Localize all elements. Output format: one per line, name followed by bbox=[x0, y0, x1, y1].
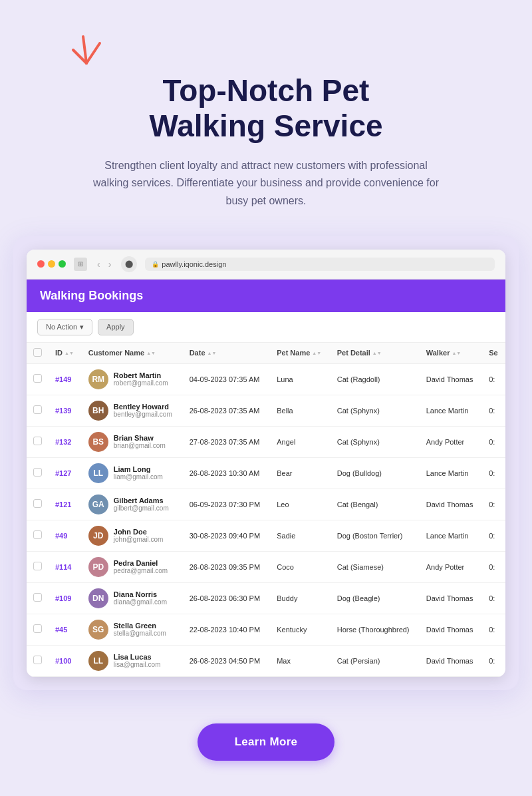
row-se: 0: bbox=[482, 582, 505, 614]
row-se: 0: bbox=[482, 645, 505, 676]
header-checkbox[interactable] bbox=[33, 348, 42, 357]
table-row: #100 LL Lisa Lucas lisa@gmail.com 26-08-… bbox=[27, 645, 505, 676]
row-checkbox-input[interactable] bbox=[33, 405, 42, 414]
table-row: #127 LL Liam Long liam@gmail.com 26-08-2… bbox=[27, 457, 505, 489]
avatar: DN bbox=[88, 588, 108, 608]
row-pet-name: Sadie bbox=[270, 520, 331, 551]
customer-name: Pedra Daniel bbox=[114, 559, 168, 567]
apply-button[interactable]: Apply bbox=[98, 319, 134, 335]
row-customer: DN Diana Norris diana@gmail.com bbox=[82, 582, 183, 614]
row-pet-detail: Cat (Ragdoll) bbox=[331, 363, 420, 395]
row-date: 26-08-2023 07:35 AM bbox=[183, 395, 271, 426]
row-id: #100 bbox=[49, 645, 82, 676]
shield-icon: ⬤ bbox=[121, 256, 137, 272]
table-header-row: ID ▲▼ Customer Name ▲▼ Date ▲▼ Pet Name … bbox=[27, 343, 505, 364]
row-pet-detail: Cat (Siamese) bbox=[331, 551, 420, 582]
row-checkbox bbox=[27, 395, 49, 426]
customer-email: liam@gmail.com bbox=[114, 473, 163, 481]
dot-red bbox=[37, 260, 45, 268]
row-customer: BS Brian Shaw brian@gmail.com bbox=[82, 426, 183, 457]
row-date: 26-08-2023 04:50 PM bbox=[183, 645, 271, 676]
table-row: #45 SG Stella Green stella@gmail.com 22-… bbox=[27, 614, 505, 645]
row-checkbox bbox=[27, 582, 49, 614]
row-customer: LL Lisa Lucas lisa@gmail.com bbox=[82, 645, 183, 676]
table-row: #121 GA Gilbert Adams gilbert@gmail.com … bbox=[27, 489, 505, 520]
row-pet-detail: Cat (Bengal) bbox=[331, 489, 420, 520]
row-se: 0: bbox=[482, 363, 505, 395]
row-id: #149 bbox=[49, 363, 82, 395]
forward-arrow-icon[interactable]: › bbox=[106, 259, 114, 270]
avatar: RM bbox=[88, 369, 108, 389]
avatar: LL bbox=[88, 463, 108, 483]
table-row: #132 BS Brian Shaw brian@gmail.com 27-08… bbox=[27, 426, 505, 457]
customer-email: john@gmail.com bbox=[114, 536, 164, 543]
browser-bar: ⊞ ‹ › ⬤ 🔒 pawlly.iqonic.design bbox=[27, 250, 505, 280]
row-checkbox-input[interactable] bbox=[33, 468, 42, 477]
row-pet-name: Leo bbox=[270, 489, 331, 520]
customer-email: stella@gmail.com bbox=[114, 630, 166, 637]
row-checkbox bbox=[27, 363, 49, 395]
row-se: 0: bbox=[482, 520, 505, 551]
table-row: #109 DN Diana Norris diana@gmail.com 26-… bbox=[27, 582, 505, 614]
table-row: #49 JD John Doe john@gmail.com 30-08-202… bbox=[27, 520, 505, 551]
hero-title: Top-Notch Pet Walking Service bbox=[149, 73, 382, 144]
customer-email: diana@gmail.com bbox=[114, 598, 167, 606]
row-checkbox-input[interactable] bbox=[33, 530, 42, 539]
row-pet-detail: Dog (Beagle) bbox=[331, 582, 420, 614]
url-bar: 🔒 pawlly.iqonic.design bbox=[145, 258, 495, 271]
table-row: #139 BH Bentley Howard bentley@gmail.com… bbox=[27, 395, 505, 426]
row-date: 04-09-2023 07:35 AM bbox=[183, 363, 271, 395]
customer-name: Bentley Howard bbox=[114, 403, 172, 411]
row-checkbox-input[interactable] bbox=[33, 437, 42, 445]
row-id: #109 bbox=[49, 582, 82, 614]
row-id: #127 bbox=[49, 457, 82, 489]
row-checkbox bbox=[27, 551, 49, 582]
table-title: Walking Bookings bbox=[40, 289, 143, 302]
customer-name: Diana Norris bbox=[114, 590, 167, 598]
row-pet-detail: Cat (Sphynx) bbox=[331, 426, 420, 457]
col-pet: Pet Name ▲▼ bbox=[270, 343, 331, 364]
avatar: JD bbox=[88, 526, 108, 546]
row-customer: PD Pedra Daniel pedra@gmail.com bbox=[82, 551, 183, 582]
avatar: GA bbox=[88, 495, 108, 514]
learn-more-button[interactable]: Learn More bbox=[198, 723, 335, 761]
row-date: 26-08-2023 09:35 PM bbox=[183, 551, 271, 582]
tab-icon: ⊞ bbox=[74, 258, 87, 271]
browser-window: ⊞ ‹ › ⬤ 🔒 pawlly.iqonic.design Walking B… bbox=[27, 250, 505, 677]
row-pet-name: Kentucky bbox=[270, 614, 331, 645]
customer-email: lisa@gmail.com bbox=[114, 661, 161, 668]
table-row: #114 PD Pedra Daniel pedra@gmail.com 26-… bbox=[27, 551, 505, 582]
back-arrow-icon[interactable]: ‹ bbox=[95, 259, 102, 270]
no-action-button[interactable]: No Action ▾ bbox=[37, 319, 92, 335]
row-checkbox-input[interactable] bbox=[33, 374, 42, 383]
row-checkbox bbox=[27, 645, 49, 676]
col-customer: Customer Name ▲▼ bbox=[82, 343, 183, 364]
row-customer: LL Liam Long liam@gmail.com bbox=[82, 457, 183, 489]
row-checkbox-input[interactable] bbox=[33, 593, 42, 602]
row-date: 30-08-2023 09:40 PM bbox=[183, 520, 271, 551]
row-date: 22-08-2023 10:40 PM bbox=[183, 614, 271, 645]
row-checkbox bbox=[27, 457, 49, 489]
customer-email: bentley@gmail.com bbox=[114, 411, 172, 418]
row-checkbox bbox=[27, 426, 49, 457]
row-se: 0: bbox=[482, 426, 505, 457]
row-date: 26-08-2023 10:30 AM bbox=[183, 457, 271, 489]
col-checkbox bbox=[27, 343, 49, 364]
avatar: PD bbox=[88, 557, 108, 577]
row-walker: Lance Martin bbox=[420, 457, 482, 489]
row-customer: SG Stella Green stella@gmail.com bbox=[82, 614, 183, 645]
row-checkbox-input[interactable] bbox=[33, 562, 42, 570]
row-checkbox-input[interactable] bbox=[33, 656, 42, 664]
row-walker: David Thomas bbox=[420, 645, 482, 676]
row-checkbox bbox=[27, 520, 49, 551]
apply-label: Apply bbox=[106, 323, 125, 331]
browser-mockup: ⊞ ‹ › ⬤ 🔒 pawlly.iqonic.design Walking B… bbox=[13, 236, 519, 690]
customer-name: Lisa Lucas bbox=[114, 653, 161, 661]
col-detail: Pet Detail ▲▼ bbox=[331, 343, 420, 364]
row-checkbox-input[interactable] bbox=[33, 499, 42, 508]
row-checkbox-input[interactable] bbox=[33, 624, 42, 633]
row-se: 0: bbox=[482, 489, 505, 520]
avatar: BS bbox=[88, 432, 108, 452]
row-pet-detail: Dog (Boston Terrier) bbox=[331, 520, 420, 551]
row-walker: Lance Martin bbox=[420, 395, 482, 426]
